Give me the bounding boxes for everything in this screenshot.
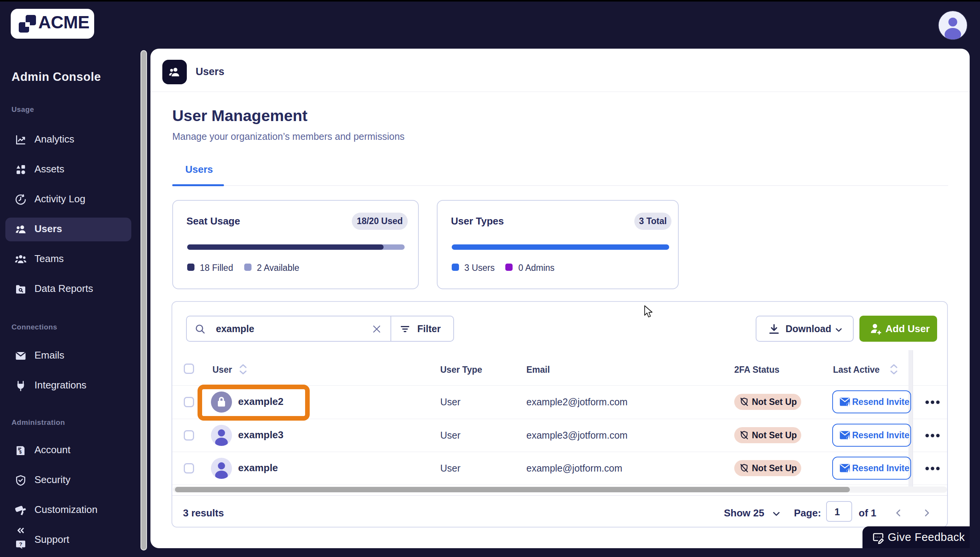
- svg-text:?: ?: [19, 541, 22, 547]
- svg-text:$: $: [19, 450, 22, 454]
